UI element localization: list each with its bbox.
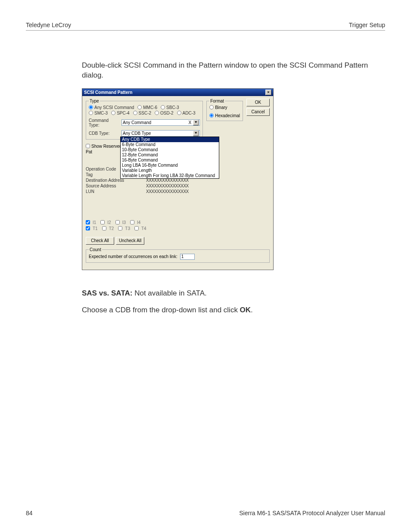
manual-title: Sierra M6-1 SAS/SATA Protocol Analyzer U… <box>239 510 385 516</box>
param-value: XXXXXXXXXXXXXXXX <box>146 189 189 194</box>
cdb-type-dropdown[interactable]: Any CDB Type 6-Byte Command 10-Byte Comm… <box>120 137 219 179</box>
page-footer: 84 Sierra M6-1 SAS/SATA Protocol Analyze… <box>26 510 385 516</box>
count-input[interactable] <box>180 254 195 260</box>
header-left: Teledyne LeCroy <box>26 22 71 28</box>
pattern-label: Pat <box>86 149 117 154</box>
link-i3[interactable]: I3 <box>115 220 126 225</box>
link-t2[interactable]: T2 <box>102 226 114 231</box>
type-option-sbc3[interactable]: SBC-3 <box>161 105 179 110</box>
type-option-any[interactable]: Any SCSI Command <box>89 105 134 110</box>
cdb-type-combo[interactable]: Any CDB Type ▼ <box>121 130 200 137</box>
format-binary[interactable]: Binary <box>209 105 240 110</box>
command-type-label: Command Type: <box>89 118 120 128</box>
sas-vs-sata-label: SAS vs. SATA: <box>82 289 132 297</box>
command-type-combo[interactable]: Any Command X ▼ <box>121 119 200 126</box>
close-icon[interactable]: × <box>265 90 271 95</box>
cdb-option[interactable]: 10-Byte Command <box>121 147 219 152</box>
check-all-button[interactable]: Check All <box>86 237 114 245</box>
link-i1[interactable]: I1 <box>86 220 96 225</box>
param-value: XXXXXXXXXXXXXXXX <box>146 184 189 188</box>
page-header: Teledyne LeCroy Trigger Setup <box>26 22 385 31</box>
uncheck-all-button[interactable]: Uncheck All <box>116 237 144 245</box>
cdb-type-label: CDB Type: <box>89 131 120 136</box>
format-legend: Format <box>209 99 225 103</box>
type-legend: Type <box>89 99 100 103</box>
cdb-option[interactable]: Variable Length For long LBA 32-Byte Com… <box>121 173 219 178</box>
post-text: SAS vs. SATA: Not available in SATA. Cho… <box>82 287 385 317</box>
link-i2[interactable]: I2 <box>100 220 111 225</box>
param-label: LUN <box>86 189 146 194</box>
header-right: Trigger Setup <box>349 22 385 28</box>
link-i4[interactable]: I4 <box>130 220 140 225</box>
type-option-adc3[interactable]: ADC-3 <box>177 111 196 115</box>
cancel-button[interactable]: Cancel <box>246 108 270 116</box>
ok-button[interactable]: OK <box>246 99 270 106</box>
link-t4[interactable]: T4 <box>134 226 146 231</box>
count-legend: Count <box>89 247 102 252</box>
scsi-command-pattern-dialog: SCSI Command Pattern × Type Any SCSI Com… <box>82 88 274 270</box>
type-fieldset: Type Any SCSI Command MMC-6 SBC-3 SMC-3 … <box>86 99 203 140</box>
count-label: Expected number of occurrences on each l… <box>89 254 177 259</box>
cdb-option[interactable]: Any CDB Type <box>121 137 219 142</box>
type-option-osd2[interactable]: OSD-2 <box>155 111 174 115</box>
cdb-option[interactable]: 6-Byte Command <box>121 142 219 147</box>
type-option-mmc6[interactable]: MMC-6 <box>137 105 157 110</box>
count-fieldset: Count Expected number of occurrences on … <box>86 247 270 263</box>
type-option-smc3[interactable]: SMC-3 <box>89 111 108 115</box>
chevron-down-icon[interactable]: ▼ <box>193 131 199 136</box>
format-fieldset: Format Binary Hexadecimal <box>206 99 243 121</box>
cdb-option[interactable]: 12-Byte Command <box>121 152 219 158</box>
cdb-option[interactable]: Long LBA 16-Byte Command <box>121 163 219 168</box>
format-hex[interactable]: Hexadecimal <box>209 113 240 118</box>
chevron-down-icon[interactable]: ▼ <box>193 120 199 125</box>
type-option-ssc2[interactable]: SSC-2 <box>133 111 151 115</box>
intro-paragraph: Double-click SCSI Command in the Pattern… <box>82 61 385 81</box>
cdb-option[interactable]: Variable Length <box>121 168 219 173</box>
page-number: 84 <box>26 510 33 516</box>
sas-vs-sata-text: Not available in SATA. <box>132 289 206 297</box>
param-label: Source Address <box>86 184 146 188</box>
dialog-title: SCSI Command Pattern <box>84 90 132 95</box>
link-t3[interactable]: T3 <box>118 226 130 231</box>
type-option-spc4[interactable]: SPC-4 <box>111 111 129 115</box>
link-t1[interactable]: T1 <box>86 226 98 231</box>
dialog-titlebar: SCSI Command Pattern × <box>82 89 273 96</box>
cdb-option[interactable]: 16-Byte Command <box>121 158 219 163</box>
